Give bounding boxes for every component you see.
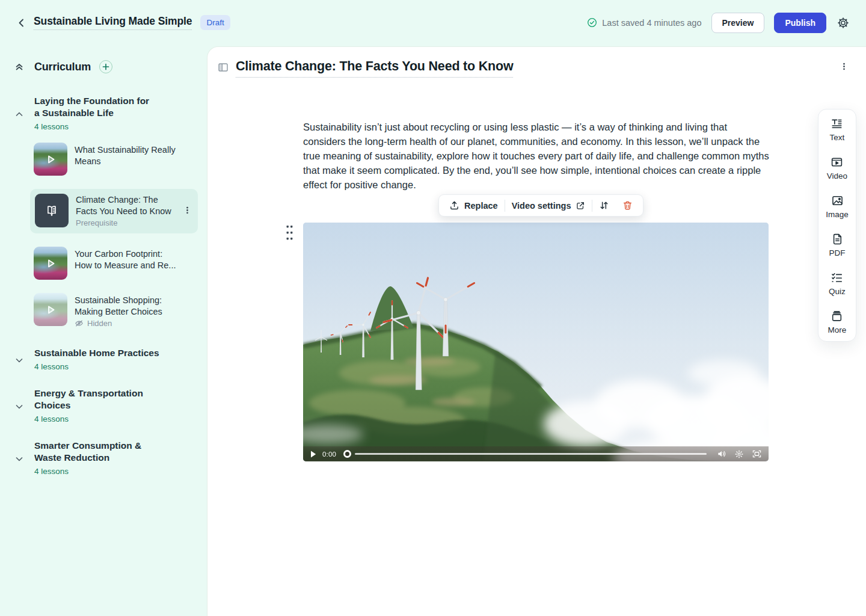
chevron-up-icon <box>14 109 24 119</box>
video-block-toolbar: Replace Video settings <box>438 194 643 217</box>
play-overlay-icon <box>34 293 67 326</box>
lesson-thumbnail <box>34 247 67 280</box>
video-progress-track[interactable] <box>355 453 707 455</box>
sidebar-title: Curriculum <box>34 61 91 73</box>
curriculum-section[interactable]: Sustainable Home Practices 4 lessons <box>0 347 207 371</box>
lesson-thumbnail <box>34 293 67 326</box>
video-settings-button[interactable]: Video settings <box>505 195 592 216</box>
insert-item-label: More <box>828 325 847 334</box>
reading-lesson-icon-box <box>35 194 69 227</box>
delete-block-button[interactable] <box>616 195 639 216</box>
section-expand-button[interactable] <box>14 402 24 411</box>
insert-quiz-button[interactable]: Quiz <box>829 271 846 296</box>
lesson-page-title[interactable]: Climate Change: The Facts You Need to Kn… <box>236 59 513 78</box>
curriculum-section[interactable]: Energy & Transportation Choices 4 lesson… <box>0 387 207 424</box>
section-lesson-count: 4 lessons <box>34 122 180 131</box>
video-block-icon <box>831 156 843 168</box>
play-overlay-icon <box>34 247 67 280</box>
volume-button[interactable] <box>717 450 726 458</box>
intro-text-block[interactable]: Sustainability isn’t just about recyclin… <box>303 120 770 192</box>
chevron-down-icon <box>14 402 24 411</box>
insert-item-label: Text <box>830 133 845 142</box>
play-button[interactable] <box>310 451 316 458</box>
lesson-item[interactable]: What Sustainability Really Means <box>34 143 180 176</box>
fullscreen-button[interactable] <box>752 450 761 458</box>
lesson-title: What Sustainability Really Means <box>75 144 177 167</box>
lesson-menu-button[interactable] <box>183 206 192 215</box>
more-blocks-icon <box>831 310 843 322</box>
chevron-down-icon <box>14 454 24 464</box>
preview-button[interactable]: Preview <box>711 13 765 33</box>
gear-icon <box>837 17 849 29</box>
insert-more-button[interactable]: More <box>828 310 847 334</box>
collapse-all-button[interactable] <box>14 62 24 72</box>
section-lesson-count: 4 lessons <box>34 467 180 476</box>
plus-icon <box>102 63 109 70</box>
top-bar: Sustainable Living Made Simple Draft Las… <box>0 0 866 45</box>
quiz-checklist-icon <box>831 271 843 284</box>
kebab-menu-icon <box>183 206 192 215</box>
lesson-sub-label: Prerequisite <box>76 218 176 227</box>
add-curriculum-button[interactable] <box>99 60 112 73</box>
replace-label: Replace <box>464 201 498 211</box>
last-saved-text: Last saved 4 minutes ago <box>602 18 701 28</box>
status-badge: Draft <box>200 15 230 30</box>
lesson-hidden-label: Hidden <box>75 319 180 328</box>
chevron-left-icon <box>16 17 27 28</box>
last-saved-status: Last saved 4 minutes ago <box>587 17 701 28</box>
pdf-block-icon <box>831 233 844 245</box>
insert-image-button[interactable]: Image <box>826 194 849 219</box>
insert-item-label: Quiz <box>829 287 846 296</box>
toggle-sidebar-button[interactable] <box>218 62 229 73</box>
replace-video-button[interactable]: Replace <box>443 195 505 216</box>
settings-button[interactable] <box>836 16 850 30</box>
gear-icon <box>735 450 743 458</box>
curriculum-sidebar: Curriculum Laying the Foundation for a S… <box>0 45 207 616</box>
video-current-time: 0:00 <box>322 451 336 458</box>
lesson-item-hidden[interactable]: Sustainable Shopping: Making Better Choi… <box>34 293 180 328</box>
fullscreen-icon <box>752 450 761 458</box>
insert-video-button[interactable]: Video <box>827 156 847 180</box>
check-circle-icon <box>587 17 597 28</box>
video-scrubber-handle[interactable] <box>343 450 351 458</box>
insert-item-label: PDF <box>829 248 846 257</box>
curriculum-section[interactable]: Smarter Consumption & Waste Reduction 4 … <box>0 440 207 476</box>
trash-icon <box>622 200 633 211</box>
lesson-title: Sustainable Shopping: Making Better Choi… <box>75 295 180 317</box>
lesson-editor-panel: Climate Change: The Facts You Need to Kn… <box>207 47 866 616</box>
video-settings-gear-button[interactable] <box>735 450 743 458</box>
section-title: Energy & Transportation Choices <box>34 387 180 411</box>
back-button[interactable] <box>14 16 29 30</box>
course-title[interactable]: Sustainable Living Made Simple <box>34 15 192 30</box>
section-expand-button[interactable] <box>14 454 24 464</box>
block-drag-handle[interactable] <box>286 225 293 241</box>
publish-button[interactable]: Publish <box>774 13 826 33</box>
move-block-button[interactable] <box>592 195 616 216</box>
insert-item-label: Video <box>827 171 847 180</box>
section-lesson-count: 4 lessons <box>34 362 180 371</box>
section-title[interactable]: Laying the Foundation for a Sustainable … <box>34 95 155 119</box>
lesson-item-selected[interactable]: Climate Change: The Facts You Need to Kn… <box>30 189 198 233</box>
volume-icon <box>717 450 726 458</box>
play-icon <box>310 451 316 458</box>
image-block-icon <box>831 194 844 207</box>
video-player[interactable]: 0:00 <box>303 223 769 461</box>
lesson-title: Climate Change: The Facts You Need to Kn… <box>76 194 176 217</box>
panel-layout-icon <box>218 62 229 73</box>
insert-pdf-button[interactable]: PDF <box>829 233 846 257</box>
lesson-options-button[interactable] <box>840 62 849 72</box>
grip-dots-icon <box>286 225 293 241</box>
insert-item-label: Image <box>826 210 849 219</box>
insert-block-toolbar: Text Video Image PDF Quiz More <box>818 109 856 342</box>
section-expand-button[interactable] <box>14 356 24 365</box>
play-overlay-icon <box>34 143 67 176</box>
section-title: Smarter Consumption & Waste Reduction <box>34 440 164 464</box>
video-control-bar: 0:00 <box>303 446 769 461</box>
kebab-menu-icon <box>840 62 849 71</box>
wind-farm-video-frame <box>303 223 769 461</box>
lesson-title: Your Carbon Footprint: How to Measure an… <box>75 248 180 271</box>
section-collapse-button[interactable] <box>14 109 24 119</box>
open-book-icon <box>44 203 60 218</box>
lesson-item[interactable]: Your Carbon Footprint: How to Measure an… <box>34 247 180 280</box>
insert-text-button[interactable]: Text <box>830 117 845 142</box>
